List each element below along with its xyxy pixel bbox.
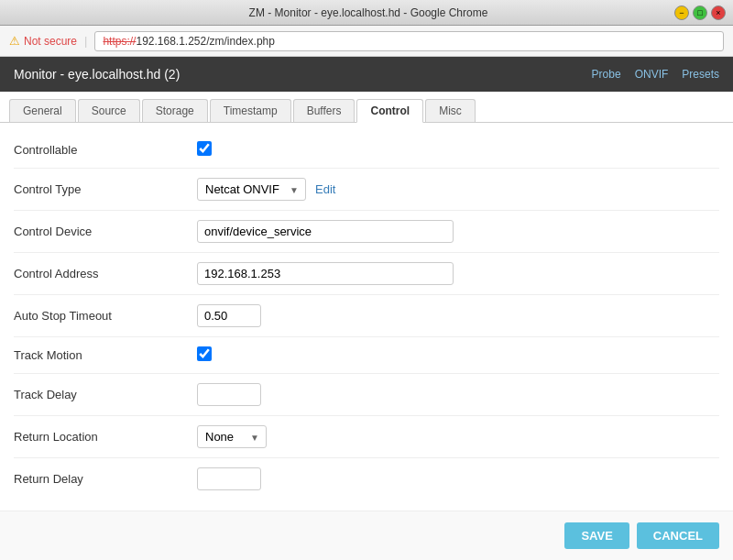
not-secure-indicator: ⚠ Not secure: [9, 34, 77, 48]
tab-buffers[interactable]: Buffers: [293, 99, 356, 122]
tab-misc[interactable]: Misc: [425, 99, 476, 122]
tab-source[interactable]: Source: [78, 99, 140, 122]
address-bar[interactable]: https://192.168.1.252/zm/index.php: [94, 31, 724, 51]
control-device-input[interactable]: [197, 220, 454, 243]
return-delay-label: Return Delay: [14, 472, 197, 486]
track-delay-control: [197, 383, 719, 406]
onvif-link[interactable]: ONVIF: [635, 68, 669, 81]
track-motion-control: [197, 346, 719, 364]
close-button[interactable]: ×: [711, 5, 726, 20]
track-motion-row: Track Motion: [14, 337, 719, 374]
app-header: Monitor - eye.localhost.hd (2) Probe ONV…: [0, 57, 733, 92]
track-delay-input[interactable]: [197, 383, 261, 406]
titlebar-title: ZM - Monitor - eye.localhost.hd - Google…: [62, 6, 674, 19]
tab-control[interactable]: Control: [356, 99, 423, 123]
auto-stop-timeout-control: [197, 304, 719, 327]
auto-stop-timeout-input[interactable]: [197, 304, 261, 327]
track-motion-label: Track Motion: [14, 348, 197, 362]
control-address-row: Control Address: [14, 253, 719, 295]
control-address-label: Control Address: [14, 267, 197, 280]
track-motion-checkbox[interactable]: [197, 346, 212, 361]
control-device-label: Control Device: [14, 225, 197, 238]
tabs-container: General Source Storage Timestamp Buffers…: [0, 92, 733, 123]
controllable-label: Controllable: [14, 143, 197, 157]
warning-icon: ⚠: [9, 34, 20, 48]
save-button[interactable]: SAVE: [564, 522, 629, 549]
return-delay-control: [197, 467, 719, 490]
control-type-edit-link[interactable]: Edit: [315, 182, 335, 196]
tab-storage[interactable]: Storage: [142, 99, 208, 122]
maximize-button[interactable]: □: [693, 5, 707, 20]
titlebar-controls: − □ ×: [674, 5, 726, 20]
return-location-select[interactable]: None Home Preset: [197, 425, 267, 448]
header-nav: Probe ONVIF Presets: [592, 68, 719, 81]
auto-stop-timeout-row: Auto Stop Timeout: [14, 295, 719, 337]
control-type-control: Netcat ONVIF None ▼ Edit: [197, 178, 719, 201]
control-address-input[interactable]: [197, 262, 454, 285]
auto-stop-timeout-label: Auto Stop Timeout: [14, 309, 197, 323]
app-title: Monitor - eye.localhost.hd (2): [14, 67, 180, 82]
track-delay-row: Track Delay: [14, 374, 719, 416]
return-delay-row: Return Delay: [14, 458, 719, 500]
controllable-control: [197, 141, 719, 159]
controllable-row: Controllable: [14, 132, 719, 169]
url-path: 192.168.1.252/zm/index.php: [136, 35, 274, 48]
control-type-select-wrapper: Netcat ONVIF None ▼: [197, 178, 306, 201]
return-location-control: None Home Preset ▼: [197, 425, 719, 448]
titlebar: ZM - Monitor - eye.localhost.hd - Google…: [0, 0, 733, 26]
footer: SAVE CANCEL: [0, 511, 733, 560]
form-area: Controllable Control Type Netcat ONVIF N…: [0, 123, 733, 511]
control-device-row: Control Device: [14, 211, 719, 253]
tab-timestamp[interactable]: Timestamp: [210, 99, 291, 122]
return-location-select-wrapper: None Home Preset ▼: [197, 425, 267, 448]
controllable-checkbox[interactable]: [197, 141, 212, 156]
main-content: General Source Storage Timestamp Buffers…: [0, 92, 733, 560]
control-type-group: Netcat ONVIF None ▼ Edit: [197, 178, 719, 201]
cancel-button[interactable]: CANCEL: [637, 522, 719, 549]
control-type-row: Control Type Netcat ONVIF None ▼ Edit: [14, 169, 719, 211]
minimize-button[interactable]: −: [674, 5, 689, 20]
control-type-select[interactable]: Netcat ONVIF None: [197, 178, 306, 201]
return-delay-input[interactable]: [197, 467, 261, 490]
return-location-row: Return Location None Home Preset ▼: [14, 416, 719, 458]
return-location-label: Return Location: [14, 430, 197, 444]
control-address-control: [197, 262, 719, 285]
probe-link[interactable]: Probe: [592, 68, 621, 81]
url-https: https://: [103, 35, 136, 48]
addressbar: ⚠ Not secure | https://192.168.1.252/zm/…: [0, 26, 733, 57]
control-type-label: Control Type: [14, 182, 197, 196]
control-device-control: [197, 220, 719, 243]
track-delay-label: Track Delay: [14, 388, 197, 401]
presets-link[interactable]: Presets: [682, 68, 719, 81]
tab-general[interactable]: General: [9, 99, 76, 122]
